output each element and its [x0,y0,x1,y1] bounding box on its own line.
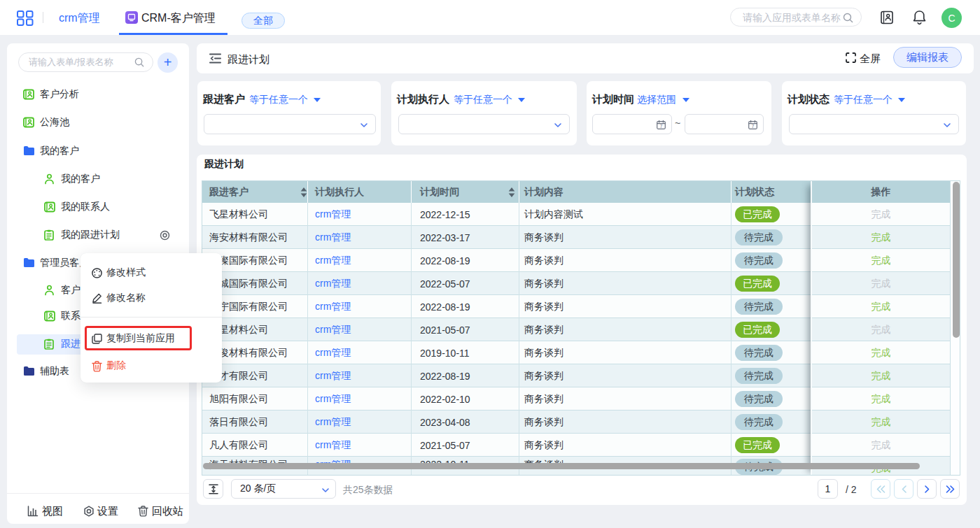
svg-text:7: 7 [752,124,755,129]
svg-text:7: 7 [660,124,663,129]
